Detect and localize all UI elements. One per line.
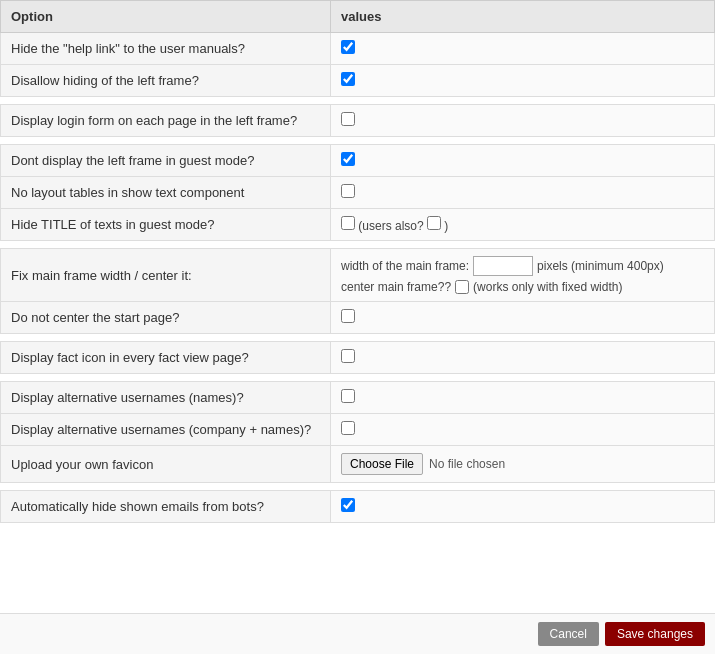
values-cell bbox=[331, 382, 715, 414]
do-not-center-start-checkbox[interactable] bbox=[341, 309, 355, 323]
values-cell: (users also? ) bbox=[331, 209, 715, 241]
no-file-label: No file chosen bbox=[429, 457, 505, 471]
frame-width-input[interactable] bbox=[473, 256, 533, 276]
table-row: Disallow hiding of the left frame? bbox=[1, 65, 715, 97]
table-row: Hide the "help link" to the user manuals… bbox=[1, 33, 715, 65]
table-row: Display alternative usernames (names)? bbox=[1, 382, 715, 414]
width-label: width of the main frame: bbox=[341, 259, 469, 273]
option-label: Hide the "help link" to the user manuals… bbox=[1, 33, 331, 65]
hide-help-link-checkbox[interactable] bbox=[341, 40, 355, 54]
option-label: Display alternative usernames (names)? bbox=[1, 382, 331, 414]
dont-display-guest-mode-checkbox[interactable] bbox=[341, 152, 355, 166]
values-cell bbox=[331, 342, 715, 374]
disallow-hiding-left-frame-checkbox[interactable] bbox=[341, 72, 355, 86]
center-suffix: (works only with fixed width) bbox=[473, 280, 622, 294]
no-layout-tables-checkbox[interactable] bbox=[341, 184, 355, 198]
option-label: Display fact icon in every fact view pag… bbox=[1, 342, 331, 374]
table-row: Automatically hide shown emails from bot… bbox=[1, 491, 715, 523]
choose-file-button[interactable]: Choose File bbox=[341, 453, 423, 475]
values-cell bbox=[331, 65, 715, 97]
display-login-form-checkbox[interactable] bbox=[341, 112, 355, 126]
display-fact-icon-checkbox[interactable] bbox=[341, 349, 355, 363]
table-row: Do not center the start page? bbox=[1, 302, 715, 334]
option-label: Disallow hiding of the left frame? bbox=[1, 65, 331, 97]
values-cell bbox=[331, 145, 715, 177]
save-button[interactable]: Save changes bbox=[605, 622, 705, 646]
table-row: No layout tables in show text component bbox=[1, 177, 715, 209]
values-cell bbox=[331, 414, 715, 446]
option-label: Automatically hide shown emails from bot… bbox=[1, 491, 331, 523]
settings-table: Option values Hide the "help link" to th… bbox=[0, 0, 715, 523]
option-label: Upload your own favicon bbox=[1, 446, 331, 483]
footer-bar: Cancel Save changes bbox=[0, 613, 715, 654]
option-label: No layout tables in show text component bbox=[1, 177, 331, 209]
values-cell bbox=[331, 105, 715, 137]
extra-suffix: ) bbox=[441, 219, 448, 233]
pixels-label: pixels (minimum 400px) bbox=[537, 259, 664, 273]
settings-container: Option values Hide the "help link" to th… bbox=[0, 0, 715, 654]
extra-label: (users also? bbox=[355, 219, 427, 233]
option-label: Display login form on each page in the l… bbox=[1, 105, 331, 137]
values-cell bbox=[331, 33, 715, 65]
display-alt-usernames-names-checkbox[interactable] bbox=[341, 389, 355, 403]
values-cell bbox=[331, 177, 715, 209]
table-row: Fix main frame width / center it:width o… bbox=[1, 249, 715, 302]
table-row: Upload your own faviconChoose FileNo fil… bbox=[1, 446, 715, 483]
option-label: Dont display the left frame in guest mod… bbox=[1, 145, 331, 177]
values-header: values bbox=[331, 1, 715, 33]
cancel-button[interactable]: Cancel bbox=[538, 622, 599, 646]
auto-hide-emails-checkbox[interactable] bbox=[341, 498, 355, 512]
table-row: Display fact icon in every fact view pag… bbox=[1, 342, 715, 374]
display-alt-usernames-company-checkbox[interactable] bbox=[341, 421, 355, 435]
option-header: Option bbox=[1, 1, 331, 33]
values-cell: width of the main frame:pixels (minimum … bbox=[331, 249, 715, 302]
values-cell bbox=[331, 491, 715, 523]
table-row: Display alternative usernames (company +… bbox=[1, 414, 715, 446]
table-row: Display login form on each page in the l… bbox=[1, 105, 715, 137]
option-label: Fix main frame width / center it: bbox=[1, 249, 331, 302]
option-label: Do not center the start page? bbox=[1, 302, 331, 334]
center-label: center main frame?? bbox=[341, 280, 451, 294]
option-label: Hide TITLE of texts in guest mode? bbox=[1, 209, 331, 241]
hide-title-guest-checkbox[interactable] bbox=[341, 216, 355, 230]
center-frame-checkbox[interactable] bbox=[455, 280, 469, 294]
values-cell: Choose FileNo file chosen bbox=[331, 446, 715, 483]
table-row: Hide TITLE of texts in guest mode? (user… bbox=[1, 209, 715, 241]
values-cell bbox=[331, 302, 715, 334]
table-row: Dont display the left frame in guest mod… bbox=[1, 145, 715, 177]
file-upload-wrapper: Choose FileNo file chosen bbox=[341, 453, 704, 475]
hide-title-guest-extra-checkbox[interactable] bbox=[427, 216, 441, 230]
option-label: Display alternative usernames (company +… bbox=[1, 414, 331, 446]
table-header: Option values bbox=[1, 1, 715, 33]
